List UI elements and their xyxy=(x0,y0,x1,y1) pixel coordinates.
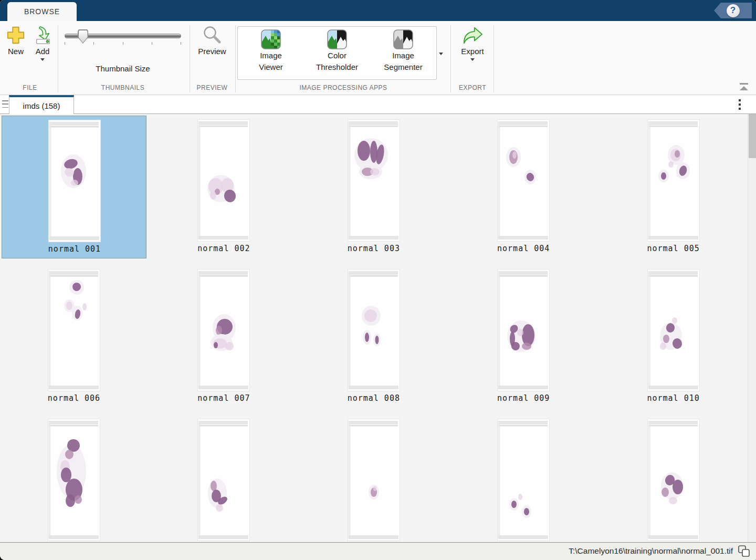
preview-button[interactable]: Preview xyxy=(195,25,229,56)
magnifier-icon xyxy=(202,25,222,45)
thumbnail-cell[interactable]: normal 004 xyxy=(451,116,596,258)
collapse-ribbon-button[interactable] xyxy=(737,82,751,92)
apps-gallery-dropdown-caret[interactable] xyxy=(439,53,443,55)
slide-thumbnail xyxy=(497,119,550,242)
slide-thumbnail xyxy=(197,119,250,242)
group-label-thumbnails: THUMBNAILS xyxy=(65,84,181,94)
thumbnail-cell[interactable] xyxy=(301,415,446,542)
titlebar: BROWSE ? xyxy=(0,0,756,21)
image-viewer-icon xyxy=(260,29,281,50)
image-segmenter-app-button[interactable]: Image Segmenter xyxy=(370,27,436,79)
scrollbar-thumb[interactable] xyxy=(749,114,756,158)
thumbnail-cell[interactable]: normal 006 xyxy=(2,265,146,408)
thumbnail-label: normal 009 xyxy=(451,393,596,403)
ribbon-tab-browse[interactable]: BROWSE xyxy=(7,2,77,21)
app-label-line: Color xyxy=(316,50,358,61)
thumbnail-cell[interactable]: normal 005 xyxy=(601,116,746,258)
document-tabbar: imds (158) xyxy=(0,95,756,114)
thumbnail-label: normal 008 xyxy=(301,393,446,403)
ribbon-toolstrip: New Add FILE Thumbnail Size THUMBNAILS xyxy=(0,21,756,95)
slide-thumbnail xyxy=(48,269,100,391)
color-thresholder-app-button[interactable]: Color Thresholder xyxy=(304,27,370,79)
thumbnail-cell[interactable]: normal 010 xyxy=(601,265,746,408)
group-label-export: EXPORT xyxy=(450,84,495,94)
color-thresholder-icon xyxy=(327,29,348,50)
app-label-line: Viewer xyxy=(259,61,283,73)
thumbnail-cell[interactable]: normal 007 xyxy=(151,265,296,408)
add-dropdown-caret xyxy=(40,58,45,61)
thumbnail-label: normal 001 xyxy=(2,244,147,254)
collapse-ribbon-icon xyxy=(737,82,751,92)
slide-thumbnail xyxy=(48,419,100,541)
ribbon-separator xyxy=(190,25,190,92)
group-label-image-processing-apps: IMAGE PROCESSING APPS xyxy=(237,84,449,94)
app-label-line: Segmenter xyxy=(384,61,422,73)
statusbar: T:\Camelyon16\training\normal\normal_001… xyxy=(0,542,756,560)
thumbnail-cell[interactable] xyxy=(2,415,146,542)
slider-tick xyxy=(181,42,181,45)
slide-thumbnail xyxy=(647,269,700,391)
vertical-scrollbar[interactable] xyxy=(748,114,756,542)
copy-path-button[interactable] xyxy=(736,544,753,559)
add-import-icon xyxy=(33,25,52,45)
image-browser-window: BROWSE ? New Add FILE xyxy=(0,0,756,560)
slide-thumbnail xyxy=(197,269,250,391)
thumbnail-cell[interactable]: normal 008 xyxy=(301,265,446,408)
export-button[interactable]: Export xyxy=(457,25,488,61)
group-label-preview: PREVIEW xyxy=(190,84,235,94)
thumbnail-label: normal 005 xyxy=(601,244,746,253)
slide-thumbnail xyxy=(348,119,400,242)
ribbon-separator xyxy=(450,25,451,92)
app-label-line: Image xyxy=(259,50,283,61)
slider-tick xyxy=(93,42,94,45)
tab-grip-icon[interactable] xyxy=(2,100,8,108)
slider-tick xyxy=(123,42,123,45)
slider-tick xyxy=(65,42,65,45)
thumbnail-grid: normal 001 normal 002 normal 003 xyxy=(0,114,756,542)
thumbnail-cell[interactable]: normal 009 xyxy=(451,265,596,408)
slide-thumbnail xyxy=(48,120,101,242)
thumbnail-label: normal 004 xyxy=(451,244,596,253)
slide-thumbnail xyxy=(647,419,700,541)
slide-thumbnail xyxy=(497,419,550,541)
copy-icon xyxy=(736,544,753,559)
tab-imds[interactable]: imds (158) xyxy=(9,95,74,114)
selected-file-path: T:\Camelyon16\training\normal\normal_001… xyxy=(569,546,733,556)
new-button[interactable]: New xyxy=(4,25,27,56)
thumbnail-label: normal 007 xyxy=(151,393,296,403)
slider-tick xyxy=(152,42,152,45)
app-label-line: Image xyxy=(384,50,422,61)
help-button[interactable]: ? xyxy=(714,3,752,18)
ribbon-separator xyxy=(235,25,236,92)
image-viewer-app-button[interactable]: Image Viewer xyxy=(238,27,304,79)
thumbnail-cell[interactable]: normal 003 xyxy=(301,116,446,258)
new-plus-icon xyxy=(6,25,26,45)
apps-gallery: Image Viewer Color Thres xyxy=(237,26,437,80)
add-button[interactable]: Add xyxy=(29,25,56,61)
thumbnail-label: normal 002 xyxy=(151,244,296,253)
thumbnail-cell[interactable]: normal 002 xyxy=(151,116,296,258)
tab-options-kebab-icon[interactable] xyxy=(736,99,743,110)
thumbnail-label: normal 006 xyxy=(2,393,146,403)
help-icon: ? xyxy=(727,4,740,17)
app-label-line: Thresholder xyxy=(316,61,358,73)
thumbnail-label: normal 003 xyxy=(301,244,446,253)
export-arrow-icon xyxy=(461,25,484,45)
slide-thumbnail xyxy=(348,269,400,391)
thumbnail-size-slider-thumb[interactable] xyxy=(78,29,88,44)
group-label-file: FILE xyxy=(4,84,56,94)
thumbnail-cell[interactable]: normal 001 xyxy=(2,116,146,258)
thumbnail-cell[interactable] xyxy=(451,415,596,542)
export-dropdown-caret xyxy=(470,58,475,61)
thumbnail-label: normal 010 xyxy=(601,393,746,403)
thumbnail-size-label: Thumbnail Size xyxy=(65,64,181,73)
slider-thumb-face xyxy=(79,30,88,43)
ribbon-separator xyxy=(494,25,494,92)
image-segmenter-icon xyxy=(393,29,414,50)
slide-thumbnail xyxy=(497,269,550,391)
thumbnail-cell[interactable] xyxy=(151,415,296,542)
slide-thumbnail xyxy=(647,119,700,242)
slide-thumbnail xyxy=(197,419,250,541)
ribbon-separator xyxy=(58,25,58,92)
thumbnail-cell[interactable] xyxy=(601,415,746,542)
